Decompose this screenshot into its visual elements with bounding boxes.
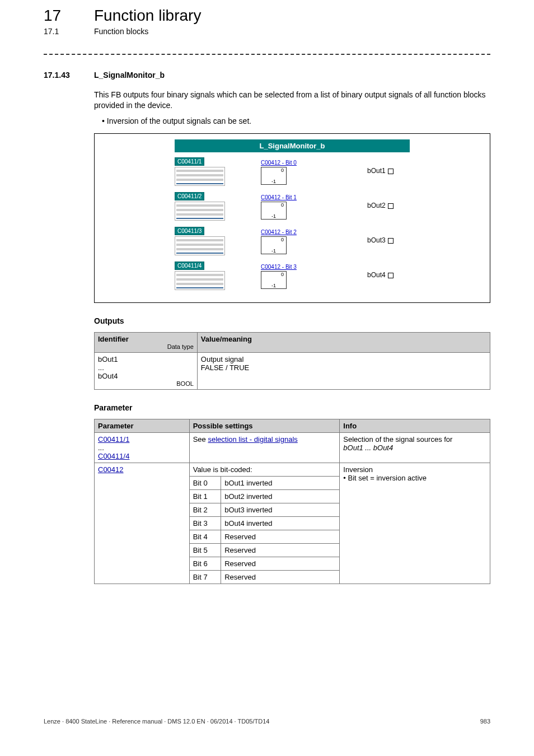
bit-desc: Reserved	[221, 530, 340, 543]
subchapter-title: Function blocks	[94, 27, 148, 36]
diagram-row: C00411/3 C00412 - Bit 2 bOut3	[175, 225, 410, 255]
bit-desc: Reserved	[221, 570, 340, 584]
outputs-heading: Outputs	[94, 316, 490, 325]
th-settings: Possible settings	[189, 419, 340, 432]
inversion-icon	[261, 167, 287, 185]
settings-head: Value is bit-coded:	[189, 463, 340, 476]
output-label: bOut1	[367, 167, 386, 175]
th-parameter: Parameter	[95, 419, 190, 432]
th-info: Info	[340, 419, 490, 432]
selector-icon	[175, 167, 225, 186]
bit-cell: Bit 7	[189, 570, 221, 584]
settings-prefix: See	[193, 435, 208, 444]
th-value: Value/meaning	[197, 332, 490, 352]
table-row: C00412 Value is bit-coded: Inversion • B…	[95, 463, 490, 476]
bit-desc: bOut2 inverted	[221, 489, 340, 503]
output-port-icon	[388, 273, 394, 278]
section-bullet: Inversion of the output signals can be s…	[102, 116, 490, 125]
output-label: bOut3	[367, 236, 386, 244]
bit-cell: Bit 2	[189, 503, 221, 516]
bit-desc: Reserved	[221, 557, 340, 570]
footer-left: Lenze · 8400 StateLine · Reference manua…	[44, 718, 269, 725]
output-label: bOut2	[367, 202, 386, 209]
selector-icon	[175, 271, 225, 290]
table-row: C00411/1 ... C00411/4 See selection list…	[95, 432, 490, 463]
bit-cell: Bit 3	[189, 516, 221, 530]
output-meaning: Output signal FALSE / TRUE	[197, 352, 490, 389]
param-link[interactable]: C00411/1	[98, 435, 186, 444]
chapter-number: 17	[44, 7, 94, 25]
chapter-title: Function library	[94, 7, 201, 25]
table-row: bOut1 ... bOut4 BOOL Output signal FALSE…	[95, 352, 490, 389]
divider	[44, 54, 490, 55]
bit-desc: bOut1 inverted	[221, 476, 340, 489]
inversion-icon	[261, 202, 287, 220]
footer-page: 983	[480, 718, 490, 725]
outputs-table: Identifier Data type Value/meaning bOut1…	[94, 332, 490, 390]
output-identifier: bOut1 ... bOut4	[98, 355, 194, 380]
parameter-heading: Parameter	[94, 403, 490, 412]
output-port-icon	[388, 203, 394, 209]
info-bullet: • Bit set = inversion active	[343, 474, 486, 482]
bit-link[interactable]: C00412 - Bit 3	[261, 264, 297, 270]
bit-link[interactable]: C00412 - Bit 2	[261, 229, 297, 235]
output-label: bOut4	[367, 271, 386, 279]
bit-cell: Bit 0	[189, 476, 221, 489]
fb-diagram: L_SignalMonitor_b C00411/1 C00412 - Bit …	[94, 133, 490, 303]
selector-code[interactable]: C00411/4	[175, 262, 204, 270]
bit-cell: Bit 6	[189, 557, 221, 570]
info-line-italic: bOut1 ... bOut4	[343, 444, 486, 452]
bit-cell: Bit 4	[189, 530, 221, 543]
section-number: 17.1.43	[44, 71, 94, 80]
output-port-icon	[388, 169, 394, 174]
bit-link[interactable]: C00412 - Bit 1	[261, 194, 297, 200]
inversion-icon	[261, 271, 287, 289]
parameter-table: Parameter Possible settings Info C00411/…	[94, 419, 490, 584]
bit-desc: Reserved	[221, 543, 340, 557]
diagram-row: C00411/1 C00412 - Bit 0 bOut1	[175, 156, 410, 186]
selector-code[interactable]: C00411/2	[175, 192, 204, 200]
selector-icon	[175, 202, 225, 221]
bit-desc: bOut3 inverted	[221, 503, 340, 516]
bit-link[interactable]: C00412 - Bit 0	[261, 160, 297, 166]
bit-desc: bOut4 inverted	[221, 516, 340, 530]
inversion-icon	[261, 236, 287, 254]
bit-cell: Bit 5	[189, 543, 221, 557]
th-datatype: Data type	[98, 343, 194, 350]
diagram-row: C00411/2 C00412 - Bit 1 bOut2	[175, 190, 410, 221]
subchapter-number: 17.1	[44, 27, 94, 36]
diagram-row: C00411/4 C00412 - Bit 3 bOut4	[175, 260, 410, 290]
selector-code[interactable]: C00411/3	[175, 227, 204, 235]
param-link[interactable]: C00411/4	[98, 452, 186, 460]
th-identifier: Identifier	[98, 335, 129, 343]
section-title: L_SignalMonitor_b	[94, 71, 165, 80]
info-line: Inversion	[343, 465, 486, 474]
output-datatype: BOOL	[98, 380, 194, 387]
section-paragraph: This FB outputs four binary signals whic…	[94, 90, 490, 111]
output-port-icon	[388, 238, 394, 244]
bit-cell: Bit 1	[189, 489, 221, 503]
settings-link[interactable]: selection list - digital signals	[208, 435, 297, 444]
param-link[interactable]: C00412	[98, 465, 124, 474]
diagram-title: L_SignalMonitor_b	[175, 139, 410, 152]
param-ellipsis: ...	[98, 444, 186, 452]
selector-code[interactable]: C00411/1	[175, 157, 204, 166]
selector-icon	[175, 236, 225, 255]
info-line: Selection of the signal sources for	[343, 435, 486, 444]
